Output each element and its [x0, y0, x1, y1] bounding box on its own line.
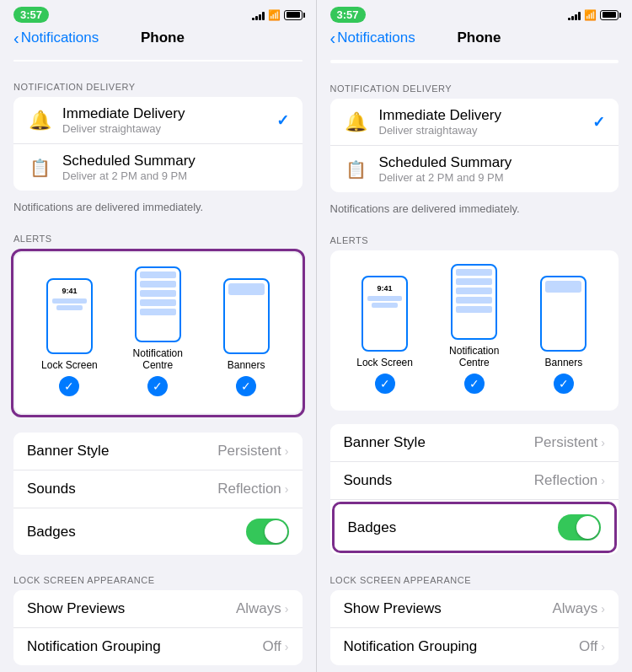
- delivery-note-right: Notifications are delivered immediately.: [317, 199, 633, 222]
- scheduled-summary-text-left: Scheduled Summary Deliver at 2 PM and 9 …: [62, 153, 289, 182]
- banners-alert-left[interactable]: Banners ✓: [212, 278, 280, 396]
- chevron-left-icon-right: ‹: [330, 30, 336, 46]
- notif-grouping-text-right: Off: [579, 638, 597, 655]
- notification-delivery-section-right: 🔔 Immediate Delivery Deliver straightawa…: [330, 99, 619, 192]
- lock-screen-check-right: ✓: [375, 374, 395, 394]
- banners-alert-right[interactable]: Banners ✓: [530, 276, 597, 394]
- badges-highlight-right: Badges: [332, 502, 618, 553]
- scheduled-summary-left[interactable]: 📋 Scheduled Summary Deliver at 2 PM and …: [13, 144, 303, 191]
- banner-style-chevron-left: ›: [285, 444, 289, 458]
- scheduled-summary-title-right: Scheduled Summary: [379, 154, 606, 171]
- battery-icon-right: 5: [600, 10, 619, 20]
- immediate-delivery-subtitle-right: Deliver straightaway: [379, 124, 583, 137]
- alert-icons-row-left: 9:41 Lock Screen ✓: [25, 263, 291, 403]
- notification-delivery-header-right: NOTIFICATION DELIVERY: [317, 73, 633, 97]
- delivery-note-left: Notifications are delivered immediately.: [0, 197, 316, 220]
- lock-screen-appearance-header-right: LOCK SCREEN APPEARANCE: [317, 565, 633, 589]
- immediate-delivery-title-left: Immediate Delivery: [62, 105, 266, 122]
- summary-icon-left: 📋: [27, 155, 52, 180]
- sounds-label-left: Sounds: [27, 481, 76, 497]
- signal-icon: [252, 10, 265, 20]
- lock-screen-check-left: ✓: [59, 376, 79, 396]
- lock-screen-alert-right[interactable]: 9:41 Lock Screen ✓: [351, 276, 419, 394]
- notif-grouping-chevron-right: ›: [601, 640, 605, 653]
- status-icons-right: 📶 5: [568, 9, 619, 21]
- show-previews-text-left: Always: [236, 600, 281, 617]
- banners-label-right: Banners: [545, 357, 583, 368]
- bell-icon-right: 🔔: [344, 110, 369, 135]
- banner-style-item-left[interactable]: Banner Style Persistent ›: [13, 433, 303, 470]
- summary-icon-right: 📋: [344, 157, 369, 182]
- notification-delivery-header-left: NOTIFICATION DELIVERY: [0, 72, 316, 95]
- sounds-chevron-left: ›: [285, 482, 289, 496]
- notification-delivery-section-left: 🔔 Immediate Delivery Deliver straightawa…: [13, 97, 303, 191]
- sounds-text-right: Reflection: [534, 472, 598, 489]
- notif-grouping-label-right: Notification Grouping: [344, 638, 478, 655]
- allow-notifications-item-left[interactable]: Allow Notifications: [13, 60, 303, 62]
- banners-label-left: Banners: [228, 359, 265, 371]
- back-label-left[interactable]: Notifications: [21, 30, 99, 46]
- chevron-left-icon: ‹: [13, 30, 19, 46]
- banner-style-value-left: Persistent ›: [217, 443, 288, 460]
- badges-toggle-right[interactable]: [558, 514, 601, 540]
- status-bar-left: 3:57 📶 5: [0, 0, 316, 26]
- notif-grouping-item-right[interactable]: Notification Grouping Off ›: [330, 628, 619, 665]
- allow-notifications-section-right: Allow Notifications: [330, 60, 619, 63]
- sounds-value-right: Reflection ›: [534, 472, 605, 489]
- notif-centre-alert-left[interactable]: Notification Centre ✓: [124, 266, 191, 396]
- scheduled-summary-subtitle-left: Deliver at 2 PM and 9 PM: [62, 169, 289, 182]
- allow-notifications-section-left: Allow Notifications: [13, 60, 303, 62]
- banners-mockup-right: [540, 276, 586, 352]
- banner-style-text-left: Persistent: [217, 443, 281, 460]
- banner-style-label-right: Banner Style: [344, 434, 426, 451]
- show-previews-chevron-right: ›: [601, 602, 605, 616]
- banner-style-item-right[interactable]: Banner Style Persistent ›: [330, 424, 619, 462]
- show-previews-item-left[interactable]: Show Previews Always ›: [13, 590, 303, 628]
- lock-screen-alert-left[interactable]: 9:41 Lock Screen ✓: [35, 278, 103, 396]
- immediate-checkmark-right: ✓: [592, 113, 605, 132]
- sounds-value-left: Reflection ›: [217, 481, 288, 497]
- alerts-header-left: ALERTS: [0, 223, 316, 247]
- show-previews-value-left: Always ›: [236, 600, 289, 617]
- notif-grouping-label-left: Notification Grouping: [27, 638, 161, 655]
- immediate-checkmark-left: ✓: [276, 111, 289, 130]
- show-previews-label-left: Show Previews: [27, 600, 125, 617]
- banner-style-label-left: Banner Style: [27, 443, 109, 460]
- scheduled-summary-text-right: Scheduled Summary Deliver at 2 PM and 9 …: [379, 154, 606, 184]
- wifi-icon-right: 📶: [584, 9, 597, 21]
- banners-check-left: ✓: [236, 376, 256, 396]
- notif-centre-alert-right[interactable]: Notification Centre ✓: [441, 264, 508, 394]
- badges-item-left[interactable]: Badges: [13, 508, 303, 555]
- allow-notifications-item-right[interactable]: Allow Notifications: [330, 60, 619, 63]
- banner-style-text-right: Persistent: [534, 434, 598, 451]
- notif-grouping-item-left[interactable]: Notification Grouping Off ›: [13, 628, 303, 665]
- show-previews-item-right[interactable]: Show Previews Always ›: [330, 590, 619, 628]
- notif-centre-mockup-right: [451, 264, 497, 340]
- immediate-delivery-title-right: Immediate Delivery: [379, 107, 583, 124]
- back-button-right[interactable]: ‹ Notifications: [330, 30, 415, 46]
- alert-icons-row-right: 9:41 Lock Screen ✓: [340, 261, 609, 401]
- banner-style-value-right: Persistent ›: [534, 434, 605, 451]
- alerts-section-right: 9:41 Lock Screen ✓: [330, 250, 619, 411]
- sounds-item-right[interactable]: Sounds Reflection ›: [330, 462, 619, 500]
- scheduled-summary-title-left: Scheduled Summary: [62, 153, 289, 169]
- immediate-delivery-text-left: Immediate Delivery Deliver straightaway: [62, 105, 266, 135]
- page-title-left: Phone: [99, 30, 226, 46]
- sounds-item-left[interactable]: Sounds Reflection ›: [13, 470, 303, 508]
- banners-mockup-left: [223, 278, 270, 354]
- back-button-left[interactable]: ‹ Notifications: [13, 30, 99, 46]
- immediate-delivery-left[interactable]: 🔔 Immediate Delivery Deliver straightawa…: [13, 97, 303, 144]
- status-bar-right: 3:57 📶 5: [317, 0, 633, 26]
- lock-screen-mockup-left: 9:41: [46, 278, 93, 354]
- bell-icon-left: 🔔: [27, 108, 52, 133]
- scheduled-summary-right[interactable]: 📋 Scheduled Summary Deliver at 2 PM and …: [330, 146, 619, 192]
- notif-centre-check-right: ✓: [464, 374, 485, 394]
- badges-item-right[interactable]: Badges: [335, 504, 615, 551]
- lock-screen-appearance-section-left: Show Previews Always › Notification Grou…: [13, 590, 303, 665]
- show-previews-chevron-left: ›: [285, 602, 289, 616]
- immediate-delivery-right[interactable]: 🔔 Immediate Delivery Deliver straightawa…: [330, 99, 619, 146]
- lock-screen-label-right: Lock Screen: [356, 357, 413, 368]
- back-label-right[interactable]: Notifications: [337, 30, 415, 46]
- immediate-delivery-text-right: Immediate Delivery Deliver straightaway: [379, 107, 583, 137]
- badges-toggle-left[interactable]: [246, 519, 289, 545]
